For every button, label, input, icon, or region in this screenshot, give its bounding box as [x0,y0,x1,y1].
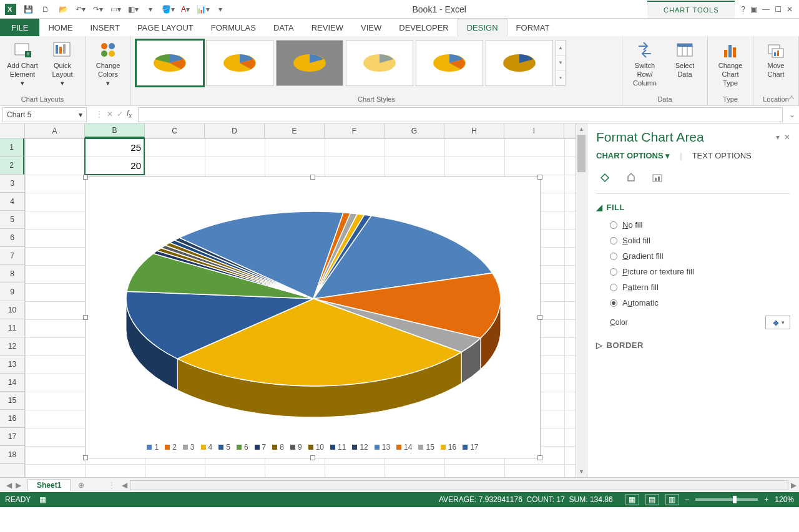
row-header-14[interactable]: 14 [0,374,24,392]
new-sheet-icon[interactable]: ⊕ [71,481,92,490]
legend-item-5[interactable]: 5 [218,443,230,452]
legend-item-14[interactable]: 14 [396,443,412,452]
row-header-17[interactable]: 17 [0,428,24,446]
row-header-18[interactable]: 18 [0,446,24,464]
excel-icon[interactable]: X [2,1,19,17]
legend-item-3[interactable]: 3 [183,443,195,452]
row-header-10[interactable]: 10 [0,301,24,319]
qat-font-color-icon[interactable]: A▾ [177,1,194,17]
enter-formula-icon[interactable]: ✓ [117,110,123,118]
hscroll-right-icon[interactable]: ▶ [788,481,799,490]
qat-shape-icon[interactable]: ▭▾ [107,1,124,17]
row-header-2[interactable]: 2 [0,157,24,175]
legend-item-2[interactable]: 2 [165,443,177,452]
column-header-C[interactable]: C [145,123,205,138]
chart-style-2[interactable] [206,40,273,86]
row-header-1[interactable]: 1 [0,138,24,157]
row-header-9[interactable]: 9 [0,283,24,301]
legend-item-15[interactable]: 15 [418,443,434,452]
fill-line-icon[interactable] [599,172,611,186]
qat-fill-icon[interactable]: 🪣▾ [160,1,176,17]
horizontal-scrollbar[interactable] [130,480,788,490]
pie-chart[interactable] [86,177,541,433]
legend-item-13[interactable]: 13 [375,443,390,452]
column-header-A[interactable]: A [25,123,85,138]
minimize-icon[interactable]: — [762,5,770,14]
tab-formulas[interactable]: FORMULAS [202,19,265,36]
tab-home[interactable]: HOME [39,19,81,36]
row-header-12[interactable]: 12 [0,337,24,355]
ribbon-display-icon[interactable]: ▣ [750,5,757,14]
chevron-down-icon[interactable]: ▾ [79,110,82,119]
zoom-out-icon[interactable]: – [685,495,690,504]
row-header-4[interactable]: 4 [0,193,24,211]
tab-view[interactable]: VIEW [352,19,390,36]
radio-gradient-fill[interactable]: Gradient fill [596,248,790,264]
tab-developer[interactable]: DEVELOPER [390,19,457,36]
column-header-I[interactable]: I [504,123,564,138]
column-header-H[interactable]: H [444,123,504,138]
view-page-layout-icon[interactable]: ▤ [645,494,659,505]
select-all-corner[interactable] [0,123,25,138]
legend-item-1[interactable]: 1 [147,443,159,452]
color-picker-button[interactable]: ▾ [765,316,790,329]
chart-style-5[interactable] [416,40,483,86]
change-colors-button[interactable]: Change Colors ▾ [89,39,127,89]
fx-icon[interactable]: fx [127,109,132,119]
undo-icon[interactable]: ↶▾ [72,1,89,17]
chart-legend[interactable]: 1234567891011121314151617 [86,443,540,452]
legend-item-7[interactable]: 7 [255,443,267,452]
row-header-5[interactable]: 5 [0,211,24,229]
effects-icon[interactable] [625,172,637,186]
sheet-tab-1[interactable]: Sheet1 [27,479,71,491]
name-box[interactable]: Chart 5▾ [2,107,87,122]
radio-solid-fill[interactable]: Solid fill [596,233,790,248]
column-header-F[interactable]: F [325,123,385,138]
tab-review[interactable]: REVIEW [303,19,352,36]
chart-object[interactable]: 1234567891011121314151617 [85,177,541,458]
sheet-nav-next-icon[interactable]: ▶ [16,481,21,490]
legend-item-8[interactable]: 8 [272,443,284,452]
row-header-8[interactable]: 8 [0,265,24,283]
text-options-tab[interactable]: TEXT OPTIONS [692,151,752,160]
legend-item-10[interactable]: 10 [308,443,324,452]
switch-row-column-button[interactable]: Switch Row/ Column [626,39,664,89]
maximize-icon[interactable]: ☐ [775,5,782,14]
chart-style-4[interactable] [346,40,413,86]
legend-item-17[interactable]: 17 [463,443,478,452]
chart-style-3[interactable] [276,40,343,86]
new-icon[interactable]: 🗋 [37,1,54,17]
zoom-slider[interactable] [695,498,758,501]
cell-area[interactable]: 25 20 1234567891011121314151617 [25,138,576,477]
view-page-break-icon[interactable]: ▥ [665,494,679,505]
tab-format[interactable]: FORMAT [507,19,559,36]
task-pane-options-icon[interactable]: ▾ [776,133,780,142]
tab-page-layout[interactable]: PAGE LAYOUT [129,19,202,36]
column-header-D[interactable]: D [205,123,265,138]
legend-item-9[interactable]: 9 [290,443,302,452]
sheet-nav-prev-icon[interactable]: ◀ [6,481,12,490]
macro-record-icon[interactable]: ▦ [39,495,46,504]
legend-item-12[interactable]: 12 [352,443,368,452]
legend-item-6[interactable]: 6 [237,443,248,452]
tab-design[interactable]: DESIGN [458,19,507,36]
legend-item-4[interactable]: 4 [201,443,213,452]
vertical-scrollbar[interactable]: ▲▼ [576,123,587,477]
qat-customize-icon[interactable]: ▾ [212,1,228,17]
tab-file[interactable]: FILE [0,19,39,36]
hscroll-left-icon[interactable]: ◀ [119,481,130,490]
chart-options-tab[interactable]: CHART OPTIONS ▾ [596,151,670,160]
gallery-scroll[interactable]: ▲▼▾ [556,40,566,86]
chart-style-6[interactable] [486,40,553,86]
chart-style-1[interactable] [136,40,203,86]
open-icon[interactable]: 📂 [55,1,71,17]
radio-picture-fill[interactable]: Picture or texture fill [596,264,790,279]
zoom-in-icon[interactable]: + [764,495,768,504]
expand-formula-bar-icon[interactable]: ⌄ [785,110,799,119]
radio-pattern-fill[interactable]: Pattern fill [596,279,790,295]
qat-color-icon[interactable]: ◧▾ [125,1,141,17]
formula-bar[interactable] [138,107,783,122]
column-header-E[interactable]: E [265,123,325,138]
row-header-6[interactable]: 6 [0,229,24,247]
zoom-level[interactable]: 120% [775,495,794,504]
